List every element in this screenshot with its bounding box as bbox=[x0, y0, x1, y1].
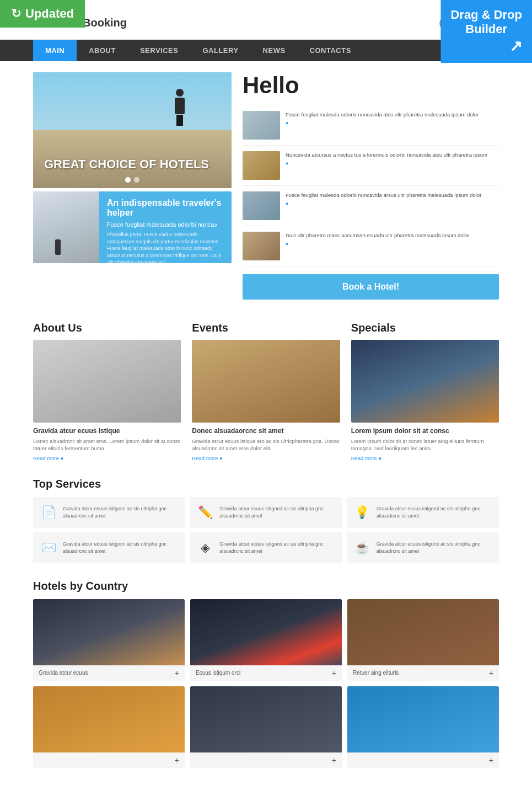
hotel-img-5 bbox=[347, 686, 499, 752]
hotel-img-0 bbox=[33, 599, 185, 665]
hotels-by-country-section: Hotels by Country Gravida atcur ecuus + … bbox=[0, 574, 532, 779]
service-text-5: Gravida atcur ecuus istigorci ac sis ult… bbox=[377, 541, 492, 554]
service-icon-1: ✏️ bbox=[196, 504, 214, 521]
hotel-img-3 bbox=[33, 686, 185, 752]
hotel-card-0: Gravida atcur ecuus + bbox=[33, 599, 185, 681]
hotel-img-4 bbox=[190, 686, 342, 752]
nav-item-gallery[interactable]: GALLERY bbox=[190, 40, 250, 61]
service-text-2: Gravida atcur ecuus istigorci ac sis ult… bbox=[377, 505, 492, 519]
news-link-2[interactable]: ● bbox=[286, 160, 499, 167]
service-item-0: 📄 Gravida atcur ecuus istigorci ac sis u… bbox=[33, 497, 185, 528]
sub-banner: An indispensable traveler's helper Fusce… bbox=[33, 191, 232, 263]
dnd-arrow-icon: ↗ bbox=[450, 37, 522, 56]
services-grid: 📄 Gravida atcur ecuus istigorci ac sis u… bbox=[33, 497, 499, 563]
sub-banner-image bbox=[33, 191, 99, 263]
news-link-3[interactable]: ● bbox=[286, 200, 499, 207]
about-item-title: Gravida atcur ecuus istique bbox=[33, 427, 181, 435]
news-thumb-3 bbox=[243, 191, 280, 220]
hero-dot-2[interactable] bbox=[134, 177, 139, 183]
hotel-card-3: + bbox=[33, 686, 185, 768]
about-read-more[interactable]: Read more ● bbox=[33, 455, 181, 461]
sub-banner-title: An indispensable traveler's helper bbox=[107, 198, 224, 218]
hotel-label-3: + bbox=[33, 752, 185, 768]
sub-banner-content: An indispensable traveler's helper Fusce… bbox=[99, 191, 232, 263]
news-link-4[interactable]: ● bbox=[286, 241, 499, 248]
hero-text: GREAT CHOICE OF HOTELS bbox=[44, 157, 209, 172]
nav-item-news[interactable]: NEWS bbox=[251, 40, 298, 61]
right-column: Hello Fusce feugliat malesda odiorbi nun… bbox=[243, 72, 499, 300]
updated-label: Updated bbox=[25, 7, 74, 21]
specials-item-text: Lorem ipsum dolor sit at consc latuer ai… bbox=[351, 437, 499, 452]
nav-item-contacts[interactable]: CONTACTS bbox=[298, 40, 363, 61]
hero-dots bbox=[125, 177, 139, 183]
dnd-line2: Builder bbox=[465, 22, 507, 36]
three-col-section: About Us Gravida atcur ecuus istique Don… bbox=[0, 311, 532, 472]
about-item-text: Donec alsuadrcnc sit amet eros. Lorem ip… bbox=[33, 437, 181, 452]
hotel-img-2 bbox=[347, 599, 499, 665]
events-col: Events Donec alsuadaorcnc sit amet Gravi… bbox=[192, 322, 340, 461]
events-item-text: Gravida atcur ecuus istique ero ac sis u… bbox=[192, 437, 340, 452]
hotel-plus-1[interactable]: + bbox=[332, 669, 336, 677]
news-thumb-4 bbox=[243, 232, 280, 260]
services-title: Top Services bbox=[33, 478, 499, 490]
specials-col: Specials Lorem ipsum dolor sit at consc … bbox=[351, 322, 499, 461]
dnd-line1: Drag & Drop bbox=[450, 8, 522, 22]
left-column: GREAT CHOICE OF HOTELS An indispensable … bbox=[33, 72, 232, 300]
top-services-section: Top Services 📄 Gravida atcur ecuus istig… bbox=[0, 472, 532, 574]
service-icon-0: 📄 bbox=[40, 504, 57, 521]
about-col: About Us Gravida atcur ecuus istique Don… bbox=[33, 322, 181, 461]
book-hotel-button[interactable]: Book a Hotel! bbox=[243, 274, 499, 300]
hotel-label-4: + bbox=[190, 752, 342, 768]
events-item-title: Donec alsuadaorcnc sit amet bbox=[192, 427, 340, 435]
hotel-card-5: + bbox=[347, 686, 499, 768]
hotel-img-1 bbox=[190, 599, 342, 665]
updated-badge: ↻ Updated bbox=[0, 0, 85, 28]
hero-dot-1[interactable] bbox=[125, 177, 131, 183]
about-title: About Us bbox=[33, 322, 181, 334]
news-item-2: Nuncavida atcursus a nectus tus a lorenn… bbox=[243, 146, 499, 186]
sub-banner-text: Phasellus porta. Fusce varius malesuads … bbox=[107, 231, 224, 263]
hotel-plus-0[interactable]: + bbox=[175, 669, 179, 677]
hotel-plus-3[interactable]: + bbox=[175, 756, 179, 765]
service-text-4: Gravida atcur ecuus istigorci ac sis ult… bbox=[219, 541, 335, 554]
nav-item-about[interactable]: ABOUT bbox=[77, 40, 128, 61]
hotel-card-4: + bbox=[190, 686, 342, 768]
hotel-label-5: + bbox=[347, 752, 499, 768]
dnd-banner: Drag & Drop Builder ↗ bbox=[440, 0, 532, 63]
hotel-label-1: Ecuus istiqum orci + bbox=[190, 665, 342, 681]
nav-item-main[interactable]: MAIN bbox=[33, 40, 77, 61]
news-item-3: Fusce feugliat malesda odiorbi nuncavida… bbox=[243, 186, 499, 226]
about-image bbox=[33, 340, 181, 423]
service-text-1: Gravida atcur ecuus istigorci ac sis ult… bbox=[219, 505, 335, 519]
service-item-3: ✉️ Gravida atcur ecuus istigorci ac sis … bbox=[33, 532, 185, 563]
service-icon-5: ☕ bbox=[353, 539, 371, 557]
news-thumb-2 bbox=[243, 151, 280, 180]
service-item-5: ☕ Gravida atcur ecuus istigorci ac sis u… bbox=[347, 532, 499, 563]
three-col-grid: About Us Gravida atcur ecuus istique Don… bbox=[33, 322, 499, 461]
hotel-plus-2[interactable]: + bbox=[489, 669, 493, 677]
hotel-card-1: Ecuus istiqum orci + bbox=[190, 599, 342, 681]
service-icon-3: ✉️ bbox=[40, 539, 57, 557]
news-link-1[interactable]: ● bbox=[286, 120, 499, 127]
hotel-card-2: Retuer aing elituris + bbox=[347, 599, 499, 681]
hello-title: Hello bbox=[243, 72, 499, 99]
news-item-4: Duis ultr pharetra maec accumsan esuada … bbox=[243, 226, 499, 266]
news-text-1: Fusce feugliat malesda odiorbi nuncavida… bbox=[286, 111, 499, 140]
news-text-3: Fusce feugliat malesda odiorbi nuncavida… bbox=[286, 191, 499, 220]
news-item-1: Fusce feugliat malesda odiorbi nuncavida… bbox=[243, 105, 499, 146]
hotel-label-0: Gravida atcur ecuus + bbox=[33, 665, 185, 681]
news-thumb-1 bbox=[243, 111, 280, 140]
events-read-more[interactable]: Read more ● bbox=[192, 455, 340, 461]
news-text-4: Duis ultr pharetra maec accumsan esuada … bbox=[286, 232, 499, 260]
specials-read-more[interactable]: Read more ● bbox=[351, 455, 499, 461]
events-title: Events bbox=[192, 322, 340, 334]
nav-item-services[interactable]: SERVICES bbox=[128, 40, 191, 61]
hotel-plus-5[interactable]: + bbox=[489, 756, 493, 765]
hotel-plus-4[interactable]: + bbox=[332, 756, 336, 765]
main-content: GREAT CHOICE OF HOTELS An indispensable … bbox=[0, 61, 532, 311]
events-image bbox=[192, 340, 340, 423]
service-text-3: Gravida atcur ecuus istigorci ac sis ult… bbox=[63, 541, 179, 554]
service-item-2: 💡 Gravida atcur ecuus istigorci ac sis u… bbox=[347, 497, 499, 528]
service-icon-2: 💡 bbox=[353, 504, 371, 521]
hero-image: GREAT CHOICE OF HOTELS bbox=[33, 72, 232, 188]
